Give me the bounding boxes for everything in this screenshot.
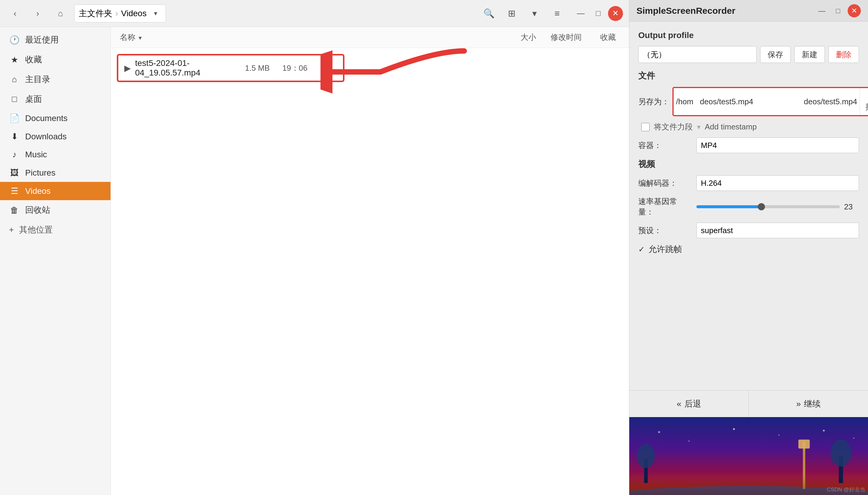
- file-manager: ‹ › ⌂ 主文件夹 › Videos ▾ 🔍 ⊞ ▾ ≡ — □ ✕ 🕐 最近…: [0, 0, 629, 495]
- encoder-row: 编解码器： H.264: [638, 175, 859, 191]
- ssr-close-button[interactable]: ✕: [848, 4, 861, 17]
- timestamp-checkbox[interactable]: [641, 123, 650, 131]
- fm-toolbar: ‹ › ⌂ 主文件夹 › Videos ▾ 🔍 ⊞ ▾ ≡ — □ ✕: [0, 0, 629, 27]
- file-modified: 19：06: [274, 63, 316, 73]
- profile-row: （无） 保存 新建 删除: [638, 46, 859, 63]
- recent-icon: 🕐: [9, 35, 20, 45]
- trash-icon: 🗑: [9, 205, 20, 215]
- allow-skip-label: 允许跳帧: [649, 244, 682, 255]
- view-button[interactable]: ⊞: [502, 4, 520, 22]
- dropdown-arrow-icon: ▾: [697, 123, 701, 131]
- output-profile-title: Output profile: [638, 31, 859, 40]
- file-path-input[interactable]: [696, 94, 801, 109]
- sidebar-item-label: 主目录: [25, 74, 50, 85]
- downloads-icon: ⬇: [9, 132, 20, 141]
- rate-slider-container: 23: [696, 202, 859, 211]
- svg-point-11: [733, 428, 735, 430]
- next-icon: »: [796, 399, 801, 409]
- window-controls: — □ ✕: [573, 6, 623, 21]
- sidebar-item-bookmarks[interactable]: ★ 收藏: [0, 50, 110, 69]
- bg-preview-svg: CSDN @好去当: [629, 417, 868, 495]
- sort-button[interactable]: ▾: [525, 4, 543, 22]
- pictures-icon: 🖼: [9, 168, 20, 178]
- save-profile-button[interactable]: 保存: [760, 46, 791, 63]
- sidebar-item-desktop[interactable]: □ 桌面: [0, 89, 110, 109]
- svg-point-13: [823, 430, 825, 431]
- sidebar-item-pictures[interactable]: 🖼 Pictures: [0, 164, 110, 182]
- background-preview: CSDN @好去当: [629, 417, 868, 495]
- ssr-titlebar: SimpleScreenRecorder — □ ✕: [629, 0, 868, 21]
- separator: ›: [115, 9, 118, 18]
- add-icon: +: [9, 225, 14, 235]
- sidebar-item-videos[interactable]: ☰ Videos: [0, 182, 110, 200]
- col-bookmark-header: 收藏: [596, 32, 620, 42]
- svg-text:CSDN @好去当: CSDN @好去当: [827, 487, 865, 493]
- sidebar-item-music[interactable]: ♪ Music: [0, 146, 110, 164]
- preset-select[interactable]: superfast: [696, 223, 859, 238]
- minimize-button[interactable]: —: [573, 6, 588, 21]
- file-path-label: 另存为：: [638, 97, 669, 107]
- sidebar-item-recent[interactable]: 🕐 最近使用: [0, 30, 110, 50]
- svg-point-2: [629, 486, 868, 495]
- video-file-icon: ▶: [124, 63, 131, 73]
- ssr-panel: SimpleScreenRecorder — □ ✕ Output profil…: [629, 0, 868, 495]
- file-path-suffix: deos/test5.mp4: [801, 94, 860, 109]
- forward-button[interactable]: ›: [29, 4, 47, 22]
- bookmark-icon: ★: [9, 55, 20, 65]
- sidebar-item-trash[interactable]: 🗑 回收站: [0, 200, 110, 220]
- other-locations-label: 其他位置: [19, 224, 53, 236]
- ssr-minimize-button[interactable]: —: [815, 4, 829, 17]
- sidebar-item-label: 最近使用: [25, 34, 59, 46]
- sidebar-item-label: Pictures: [25, 168, 55, 178]
- svg-point-4: [637, 444, 655, 468]
- location-dropdown-button[interactable]: ▾: [149, 7, 161, 19]
- rate-label: 速率基因常量：: [638, 196, 692, 217]
- file-section-title: 文件: [638, 70, 859, 82]
- documents-icon: 📄: [9, 113, 20, 123]
- ssr-maximize-button[interactable]: □: [831, 4, 845, 17]
- ssr-content: Output profile （无） 保存 新建 删除 文件 另存为： /hom…: [629, 21, 868, 390]
- search-button[interactable]: 🔍: [480, 4, 498, 22]
- fm-body: 🕐 最近使用 ★ 收藏 ⌂ 主目录 □ 桌面 📄 Documents ⬇ Dow: [0, 27, 629, 495]
- sidebar-item-label: 收藏: [25, 54, 42, 65]
- back-button[interactable]: « 后退: [629, 390, 749, 417]
- bookmark-star[interactable]: ☆: [320, 64, 337, 73]
- rate-row: 速率基因常量： 23: [638, 196, 859, 217]
- file-path-prefix: /hom: [674, 94, 696, 109]
- file-size: 1.5 MB: [228, 64, 269, 73]
- next-button[interactable]: » 继续: [749, 390, 868, 417]
- allow-skip-row: ✓ 允许跳帧: [638, 244, 859, 255]
- home-nav-button[interactable]: ⌂: [52, 4, 70, 22]
- profile-select[interactable]: （无）: [638, 46, 757, 63]
- timestamp-row: 将文件力段 ▾ Add timestamp: [641, 122, 859, 132]
- container-select[interactable]: MP4: [696, 138, 859, 153]
- file-item[interactable]: ▶ test5-2024-01-04_19.05.57.mp4 1.5 MB 1…: [117, 54, 344, 82]
- back-label: 后退: [685, 398, 701, 410]
- next-label: 继续: [804, 398, 821, 410]
- svg-rect-8: [798, 440, 810, 448]
- sidebar-item-home[interactable]: ⌂ 主目录: [0, 69, 110, 89]
- menu-button[interactable]: ≡: [548, 4, 566, 22]
- sidebar-item-documents[interactable]: 📄 Documents: [0, 109, 110, 127]
- container-row: 容器： MP4: [638, 138, 859, 153]
- sidebar-item-downloads[interactable]: ⬇ Downloads: [0, 127, 110, 146]
- sidebar-item-label: Downloads: [25, 132, 67, 141]
- close-button[interactable]: ✕: [608, 6, 623, 21]
- svg-point-14: [853, 438, 854, 439]
- add-timestamp-right: Add timestamp: [705, 122, 757, 132]
- col-modified-header: 修改时间: [536, 32, 596, 42]
- encoder-select[interactable]: H.264: [696, 175, 859, 191]
- back-icon: «: [677, 399, 681, 409]
- sidebar-item-label: 桌面: [25, 93, 42, 105]
- sidebar-item-label: Documents: [25, 114, 68, 123]
- delete-profile-button[interactable]: 删除: [829, 46, 859, 63]
- desktop-icon: □: [9, 95, 20, 104]
- sidebar-other-locations[interactable]: + 其他位置: [0, 220, 110, 240]
- file-browse-button[interactable]: 选择...: [860, 88, 868, 115]
- maximize-button[interactable]: □: [591, 6, 606, 21]
- new-profile-button[interactable]: 新建: [794, 46, 825, 63]
- svg-point-10: [689, 441, 690, 442]
- rate-slider[interactable]: [696, 205, 840, 208]
- back-button[interactable]: ‹: [6, 4, 24, 22]
- home-icon: ⌂: [9, 74, 20, 84]
